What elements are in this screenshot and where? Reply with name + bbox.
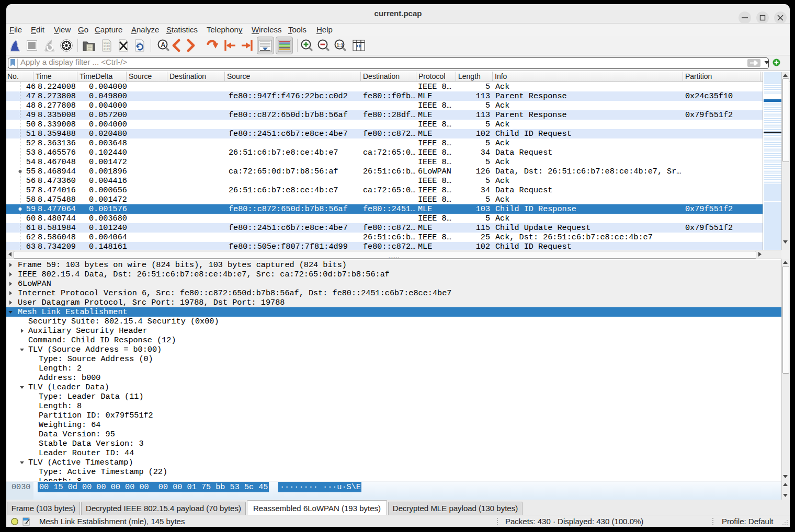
- svg-text:A: A: [161, 41, 166, 49]
- svg-text:0113: 0113: [104, 48, 110, 51]
- svg-text:1:1: 1:1: [337, 42, 344, 48]
